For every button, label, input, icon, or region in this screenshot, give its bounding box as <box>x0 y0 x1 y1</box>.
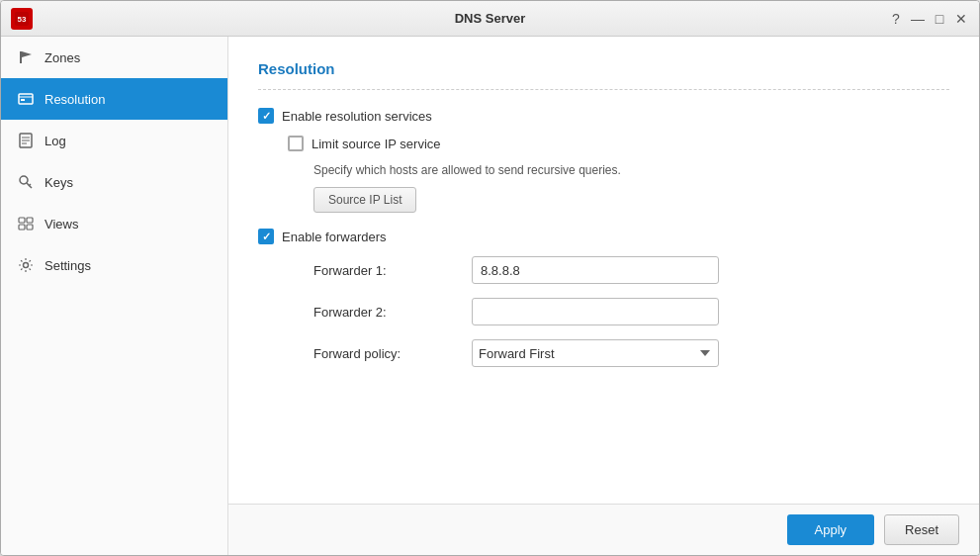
sidebar-label-resolution: Resolution <box>45 92 105 107</box>
reset-button[interactable]: Reset <box>884 514 959 545</box>
forwarder2-row: Forwarder 2: <box>313 298 949 325</box>
close-button[interactable]: ✕ <box>953 11 969 27</box>
forward-policy-label: Forward policy: <box>313 346 472 361</box>
title-bar-left: 53 <box>11 8 33 30</box>
svg-rect-4 <box>19 94 33 104</box>
enable-resolution-row: ✓ Enable resolution services <box>258 108 949 124</box>
forward-policy-row: Forward policy: Forward First Forward On… <box>313 339 949 367</box>
sidebar-item-views[interactable]: Views <box>1 203 227 244</box>
forwarder2-label: Forwarder 2: <box>313 305 472 320</box>
forwarder1-row: Forwarder 1: <box>313 256 949 284</box>
minimize-button[interactable]: — <box>910 11 926 27</box>
main-layout: Zones Resolution <box>1 37 979 555</box>
footer: Apply Reset <box>228 504 979 555</box>
window-title: DNS Server <box>455 11 526 26</box>
svg-rect-14 <box>19 218 25 223</box>
checkmark-enable-resolution: ✓ <box>262 110 271 123</box>
settings-icon <box>17 256 35 274</box>
sidebar-label-views: Views <box>45 217 78 232</box>
limit-source-label: Limit source IP service <box>312 137 441 151</box>
apply-button[interactable]: Apply <box>787 514 875 545</box>
sidebar-item-settings[interactable]: Settings <box>1 244 227 286</box>
sidebar-label-settings: Settings <box>45 258 91 273</box>
sidebar-label-keys: Keys <box>45 175 73 190</box>
help-button[interactable]: ? <box>888 11 904 27</box>
svg-text:53: 53 <box>18 15 27 24</box>
forwarder1-input[interactable] <box>472 256 719 284</box>
sidebar-item-log[interactable]: Log <box>1 120 227 161</box>
svg-rect-2 <box>20 51 22 63</box>
limit-source-row: Limit source IP service <box>288 136 949 151</box>
enable-forwarders-row: ✓ Enable forwarders <box>258 229 949 244</box>
enable-forwarders-checkbox[interactable]: ✓ <box>258 229 274 244</box>
source-ip-list-button[interactable]: Source IP List <box>313 187 416 213</box>
checkmark-enable-forwarders: ✓ <box>262 231 271 243</box>
title-bar: 53 DNS Server ? — □ ✕ <box>1 1 979 37</box>
svg-rect-17 <box>27 225 33 230</box>
sidebar-item-resolution[interactable]: Resolution <box>1 78 227 120</box>
sidebar: Zones Resolution <box>1 37 228 555</box>
forwarder1-label: Forwarder 1: <box>313 263 472 278</box>
sidebar-item-keys[interactable]: Keys <box>1 161 227 203</box>
enable-resolution-label: Enable resolution services <box>282 109 432 124</box>
views-icon <box>17 215 35 232</box>
enable-resolution-checkbox[interactable]: ✓ <box>258 108 274 124</box>
sidebar-label-log: Log <box>45 134 66 148</box>
keys-icon <box>17 173 35 191</box>
maximize-button[interactable]: □ <box>932 11 947 27</box>
content-scroll: Resolution ✓ Enable resolution services … <box>228 37 979 504</box>
svg-rect-15 <box>27 218 33 223</box>
sidebar-item-zones[interactable]: Zones <box>1 37 227 78</box>
svg-marker-3 <box>22 51 32 57</box>
svg-point-18 <box>24 263 29 268</box>
log-icon <box>17 132 35 149</box>
svg-rect-6 <box>21 99 25 101</box>
forward-policy-select[interactable]: Forward First Forward Only No Forwarding <box>472 339 719 367</box>
svg-point-11 <box>20 176 28 184</box>
main-window: 53 DNS Server ? — □ ✕ Zones <box>0 0 980 556</box>
enable-forwarders-label: Enable forwarders <box>282 230 387 244</box>
app-icon: 53 <box>11 8 33 30</box>
section-divider <box>258 89 949 90</box>
svg-rect-16 <box>19 225 25 230</box>
forwarder2-input[interactable] <box>472 298 719 325</box>
resolution-icon <box>17 90 35 108</box>
window-controls: ? — □ ✕ <box>888 11 969 27</box>
content-area: Resolution ✓ Enable resolution services … <box>228 37 979 555</box>
limit-source-checkbox[interactable] <box>288 136 304 151</box>
flag-icon <box>17 48 35 66</box>
sidebar-label-zones: Zones <box>45 50 80 65</box>
hint-text: Specify which hosts are allowed to send … <box>313 163 949 177</box>
section-title: Resolution <box>258 60 949 77</box>
